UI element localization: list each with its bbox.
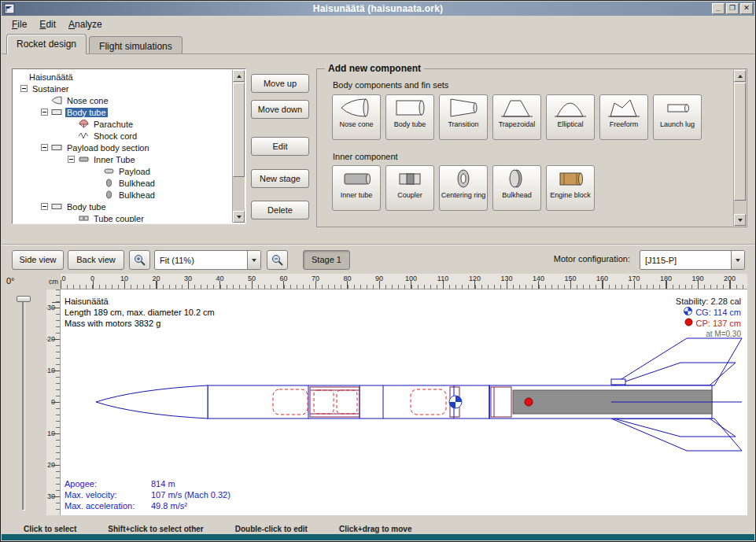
trapezoidal-fin-icon: [500, 98, 534, 118]
h-ruler-tick-label: 40: [216, 275, 223, 282]
motor-configuration-select[interactable]: [J115-P]: [640, 250, 745, 270]
move-down-button[interactable]: Move down: [251, 100, 309, 119]
minimize-button[interactable]: _: [712, 3, 725, 14]
rocket-view-area: 0° cm -100102030405060708090100110120130…: [2, 274, 754, 522]
cg-marker: [449, 396, 462, 408]
stability-block: Stability: 2.28 cal CG: 114 cm CP: 137 c…: [676, 296, 741, 340]
collapse-icon[interactable]: [20, 85, 28, 92]
add-launch-lug-button[interactable]: Launch lug: [653, 94, 702, 140]
tree-item-nose-cone[interactable]: Nose cone: [14, 94, 231, 106]
rotation-slider-handle[interactable]: [17, 296, 31, 302]
add-trapezoidal-fin-button[interactable]: Trapezoidal: [492, 94, 541, 140]
add-body-tube-button[interactable]: Body tube: [385, 94, 434, 140]
move-up-button[interactable]: Move up: [251, 74, 309, 93]
bottom-edge-strip: [2, 534, 754, 540]
rocket-design-panel: Haisunäätä Sustainer Nose cone Body tube…: [2, 53, 754, 242]
tree-item-payload-body-section[interactable]: Payload body section: [14, 142, 231, 153]
maximize-button[interactable]: ❐: [726, 3, 739, 14]
menu-file[interactable]: File: [6, 17, 33, 32]
add-centering-ring-button[interactable]: Centering ring: [439, 165, 488, 211]
add-engine-block-button[interactable]: Engine block: [546, 165, 595, 211]
new-stage-button[interactable]: New stage: [251, 169, 309, 188]
add-component-panel: Add new component Body components and fi…: [316, 68, 747, 227]
rocket-dimensions: Length 189 cm, max. diameter 10.2 cm: [65, 307, 215, 318]
collapse-icon[interactable]: [41, 144, 48, 151]
tree-item-bulkhead[interactable]: Bulkhead: [14, 177, 231, 189]
tree-item-body-tube[interactable]: Body tube: [14, 106, 231, 118]
add-freeform-fin-button[interactable]: Freeform: [599, 94, 648, 140]
tab-flight-simulations[interactable]: Flight simulations: [89, 36, 183, 53]
add-bulkhead-button[interactable]: Bulkhead: [492, 165, 541, 211]
tree-item-label: Bulkhead: [117, 179, 157, 188]
delete-button[interactable]: Delete: [251, 201, 309, 219]
add-nose-cone-button[interactable]: Nose cone: [332, 94, 381, 140]
tree-item-shock-cord[interactable]: Shock cord: [14, 130, 231, 142]
nose-cone-shape[interactable]: [96, 385, 208, 418]
add-elliptical-fin-button[interactable]: Elliptical: [546, 94, 595, 140]
collapse-icon[interactable]: [41, 203, 48, 210]
fin-top[interactable]: [611, 338, 742, 385]
rotation-slider-track[interactable]: [22, 299, 25, 511]
tree-item-rocket[interactable]: Haisunäätä: [14, 71, 231, 83]
tree-item-label: Nose cone: [65, 96, 110, 105]
tree-item-label: Parachute: [92, 120, 135, 129]
tree-item-inner-tube[interactable]: Inner Tube: [14, 153, 231, 165]
zoom-out-button[interactable]: [267, 250, 288, 270]
component-button-label: Centering ring: [441, 191, 486, 199]
tab-rocket-design[interactable]: Rocket design: [6, 34, 87, 54]
collapse-icon[interactable]: [41, 109, 48, 116]
add-coupler-button[interactable]: Coupler: [385, 165, 434, 211]
rocket-canvas[interactable]: Haisunäätä Length 189 cm, max. diameter …: [61, 289, 747, 515]
h-ruler-tick-label: 70: [312, 275, 319, 282]
max-acceleration-value: 49.8 m/s²: [151, 501, 187, 511]
stage-1-toggle[interactable]: Stage 1: [303, 250, 350, 270]
menu-analyze[interactable]: Analyze: [62, 17, 109, 32]
launch-lug-shape[interactable]: [611, 379, 625, 385]
scrollbar-thumb[interactable]: [734, 83, 746, 201]
scroll-up-icon[interactable]: [233, 70, 245, 82]
add-panel-scrollbar[interactable]: [733, 70, 746, 226]
add-inner-tube-button[interactable]: Inner tube: [332, 165, 381, 211]
component-button-label: Engine block: [550, 191, 591, 199]
max-velocity-value: 107 m/s (Mach 0.32): [151, 490, 230, 500]
scroll-up-icon[interactable]: [734, 70, 746, 82]
max-acceleration-label: Max. acceleration:: [65, 500, 151, 511]
zoom-in-button[interactable]: [129, 250, 150, 270]
edit-button[interactable]: Edit: [251, 137, 309, 156]
tree-item-payload[interactable]: Payload: [14, 165, 231, 177]
h-ruler-tick-label: 0: [90, 275, 94, 282]
tree-item-label: Inner Tube: [92, 155, 137, 164]
chevron-down-icon[interactable]: [247, 251, 260, 269]
h-ruler-tick-label: -10: [61, 275, 66, 282]
tree-item-bulkhead[interactable]: Bulkhead: [14, 189, 231, 201]
tree-scrollbar[interactable]: [232, 70, 245, 223]
tree-item-body-tube-aft[interactable]: Body tube: [14, 201, 231, 212]
component-tree: Haisunäätä Sustainer Nose cone Body tube…: [14, 71, 231, 222]
close-button[interactable]: ✕: [740, 3, 753, 14]
scroll-down-icon[interactable]: [233, 211, 245, 223]
scrollbar-thumb[interactable]: [233, 83, 245, 177]
scroll-down-icon[interactable]: [734, 214, 746, 226]
menu-edit[interactable]: Edit: [33, 17, 62, 32]
fin-top-far[interactable]: [614, 363, 736, 385]
title-bar[interactable]: Haisunäätä (haisunaata.ork) _ ❐ ✕: [2, 2, 754, 16]
separator: [2, 244, 754, 245]
cp-marker: [525, 398, 533, 406]
zoom-select[interactable]: Fit (11%): [154, 250, 261, 270]
collapse-icon[interactable]: [68, 156, 75, 163]
mach-condition: at M=0.30: [676, 329, 741, 340]
tree-item-sustainer[interactable]: Sustainer: [14, 83, 231, 94]
tree-item-tube-coupler[interactable]: Tube coupler: [14, 212, 231, 222]
back-view-button[interactable]: Back view: [68, 250, 124, 270]
side-view-button[interactable]: Side view: [12, 250, 64, 270]
component-button-label: Bulkhead: [502, 191, 532, 199]
launch-lug-icon: [660, 98, 695, 118]
elliptical-fin-icon: [553, 98, 588, 118]
tree-item-label: Body tube: [65, 108, 108, 117]
v-ruler-tick-label: -30: [46, 304, 55, 312]
component-button-label: Freeform: [610, 120, 639, 128]
tree-item-parachute[interactable]: Parachute: [14, 118, 231, 130]
chevron-down-icon[interactable]: [731, 251, 744, 269]
cg-value: CG: 114 cm: [695, 307, 741, 318]
add-transition-button[interactable]: Transition: [439, 94, 488, 140]
